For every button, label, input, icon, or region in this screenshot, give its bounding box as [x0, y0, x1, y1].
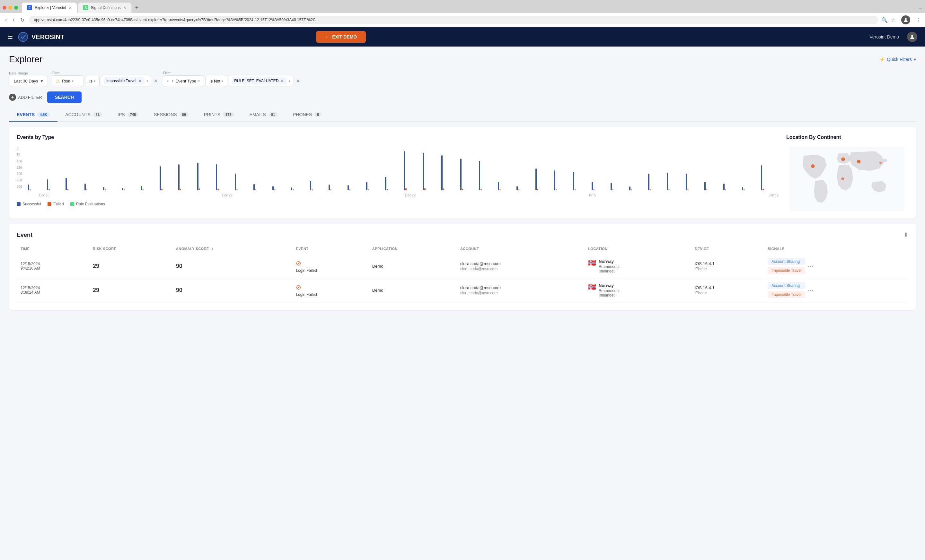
anomaly-score-cell: 90 — [172, 254, 292, 278]
reload-button[interactable]: ↻ — [19, 16, 26, 24]
filter2-chip: RULE_SET_EVALUATED ✕ — [232, 77, 287, 84]
bar-success — [47, 179, 48, 190]
tab-overflow-button[interactable]: ⌄ — [919, 5, 922, 10]
legend-dot-success — [17, 202, 21, 206]
bar-success — [742, 187, 743, 190]
close-window-btn[interactable] — [3, 6, 6, 10]
remove-filter1-button[interactable]: ✕ — [152, 77, 159, 86]
bar-group — [366, 182, 384, 190]
map-container: Location By Continent — [786, 134, 908, 211]
bar-group — [66, 178, 83, 190]
bars-container — [28, 147, 779, 192]
bar-failed — [612, 189, 613, 190]
search-icon[interactable]: 🔍 — [881, 17, 888, 23]
forward-button[interactable]: › — [11, 16, 15, 24]
bar-success — [141, 186, 142, 190]
search-row: + ADD FILTER SEARCH — [9, 92, 916, 103]
bar-chart-title: Events by Type — [17, 134, 779, 140]
sort-icon[interactable]: ↓ — [212, 247, 214, 251]
table-row: 12/15/20248:39:24 AM2990⊘Login FailedDem… — [17, 278, 908, 302]
tab-emails[interactable]: EMAILS81 — [242, 108, 286, 122]
browser-menu-icon[interactable]: ⋮ — [916, 17, 921, 23]
bar-group — [103, 187, 121, 190]
legend-rule-evaluations: Rule Evaluations — [70, 202, 105, 206]
logo: VEROSINT — [18, 32, 64, 42]
close-tab-signal-defs[interactable]: ✕ — [124, 6, 126, 10]
login-failed-icon: ⊘ — [296, 283, 301, 291]
bookmark-icon[interactable]: ☆ — [891, 17, 895, 23]
bar-failed — [518, 189, 519, 190]
bar-success — [404, 151, 405, 190]
svg-point-6 — [857, 160, 860, 163]
search-button[interactable]: SEARCH — [47, 92, 81, 103]
bar-group — [761, 165, 779, 190]
bar-success — [310, 181, 311, 190]
chevron-down-icon: ▾ — [72, 79, 74, 83]
filter1-field-select[interactable]: ⚠ Risk ▾ — [52, 75, 84, 86]
remove-chip1[interactable]: ✕ — [138, 78, 142, 83]
maximize-window-btn[interactable] — [14, 6, 18, 10]
add-filter-button[interactable]: + ADD FILTER — [9, 94, 42, 101]
address-bar: ‹ › ↻ 🔍 ☆ ⋮ — [0, 13, 925, 27]
tab-signal-defs[interactable]: S Signal Definitions ✕ — [78, 3, 131, 13]
quick-filters-button[interactable]: ⚡ Quick Filters ▾ — [880, 57, 916, 62]
user-avatar[interactable] — [907, 32, 917, 42]
bar-failed — [368, 189, 369, 190]
tab-signal-defs-label: Signal Definitions — [91, 6, 121, 10]
chevron-down-icon: ▾ — [914, 57, 916, 62]
tab-accounts[interactable]: ACCOUNTS81 — [57, 108, 110, 122]
url-input[interactable] — [29, 16, 878, 24]
hamburger-menu[interactable]: ☰ — [8, 33, 13, 41]
tab-events[interactable]: EVENTS4.8K — [9, 108, 57, 122]
bar-failed — [387, 189, 388, 190]
tab-phones[interactable]: PHONES0 — [285, 108, 329, 122]
bar-success — [423, 153, 424, 190]
bar-group — [460, 159, 478, 190]
bar-group — [498, 182, 516, 190]
more-actions-button[interactable]: ⋯ — [808, 263, 814, 270]
bar-failed — [330, 189, 331, 190]
remove-chip2[interactable]: ✕ — [280, 78, 284, 83]
tab-sessions[interactable]: SESSIONS80 — [146, 108, 196, 122]
filter2-field-select[interactable]: ⟷ Event Type ▾ — [163, 75, 204, 86]
close-tab-explorer[interactable]: ✕ — [69, 6, 72, 10]
bar-group — [47, 179, 65, 190]
bar-failed — [86, 189, 87, 190]
anomaly-score-cell: 90 — [172, 278, 292, 302]
download-icon[interactable]: ⬇ — [904, 231, 908, 239]
exit-demo-button[interactable]: ← EXIT DEMO — [316, 31, 366, 43]
bar-success — [629, 186, 630, 190]
bar-group — [573, 172, 591, 190]
signal-chip-account-sharing: Account Sharing — [768, 282, 805, 289]
signal-chip-impossible-travel: Impossible Travel — [768, 291, 805, 298]
date-range-button[interactable]: Last 30 Days ▾ — [9, 76, 48, 86]
tab-explorer[interactable]: E Explorer | Verosint ✕ — [22, 3, 77, 13]
col-application: APPLICATION — [368, 243, 456, 254]
bar-failed — [424, 188, 426, 190]
filter1-operator[interactable]: Is ▾ — [85, 76, 99, 86]
back-button[interactable]: ‹ — [4, 16, 8, 24]
bar-failed — [161, 189, 163, 190]
time-cell: 12/15/20249:42:20 AM — [17, 254, 89, 278]
new-tab-button[interactable]: + — [133, 3, 141, 12]
legend-dot-failed — [48, 202, 51, 206]
device-cell: iOS 16.4.1iPhone — [691, 278, 764, 302]
tab-prints[interactable]: PRINTS175 — [196, 108, 242, 122]
more-actions-button[interactable]: ⋯ — [808, 287, 814, 294]
bar-failed — [237, 189, 238, 190]
chevron-down-icon: ▾ — [146, 79, 148, 83]
minimize-window-btn[interactable] — [8, 6, 12, 10]
app-name: VEROSINT — [32, 33, 64, 41]
tab-ips[interactable]: IPS745 — [110, 108, 146, 122]
events-table: TIMERISK SCOREANOMALY SCORE ↓EVENTAPPLIC… — [17, 243, 908, 302]
bar-failed — [67, 189, 68, 190]
remove-filter2-button[interactable]: ✕ — [295, 77, 301, 86]
page-title-row: Explorer ⚡ Quick Filters ▾ — [9, 54, 916, 65]
application-cell: Demo — [368, 278, 456, 302]
filter2-operator[interactable]: Is Not ▾ — [205, 76, 227, 86]
bar-success — [385, 177, 386, 190]
chevron-down-icon: ▾ — [221, 79, 223, 83]
login-failed-icon: ⊘ — [296, 259, 301, 267]
browser-user-icon[interactable] — [901, 15, 910, 24]
bar-success — [160, 166, 161, 190]
